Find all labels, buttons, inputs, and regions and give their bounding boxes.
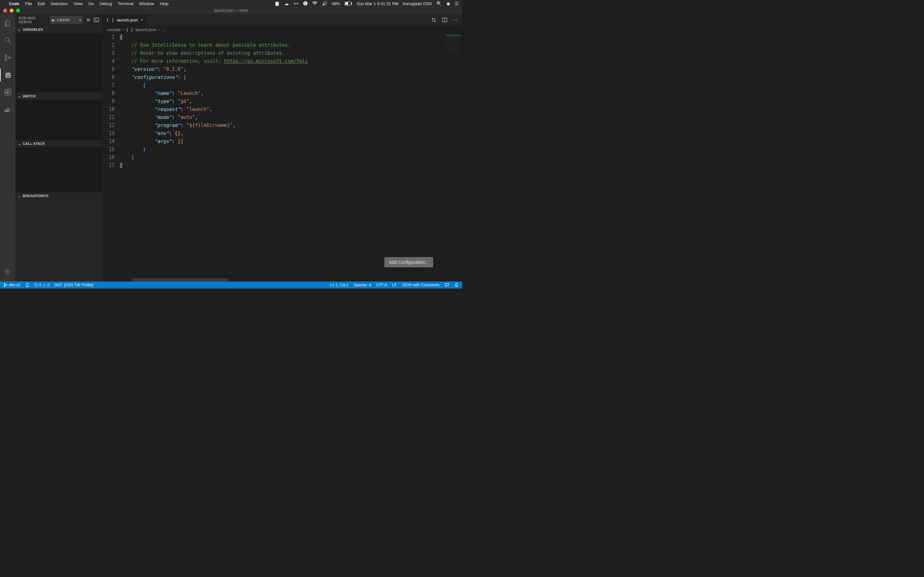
status-feedback-icon[interactable]: [445, 283, 449, 287]
section-watch-header[interactable]: ⌄ WATCH: [15, 93, 102, 100]
activity-debug-icon[interactable]: [0, 69, 15, 81]
editor-tabs: { } launch.json × ⋯: [102, 14, 462, 26]
section-watch: ⌄ WATCH: [15, 92, 102, 140]
chevron-right-icon: ›: [158, 27, 160, 32]
battery-percent[interactable]: 49%: [332, 1, 340, 6]
status-branch-label: dev-v2: [9, 283, 21, 287]
svg-point-3: [5, 38, 9, 42]
chevron-down-icon: ⌄: [18, 142, 21, 146]
open-launch-json-icon[interactable]: ⚙: [86, 17, 90, 23]
section-callstack-body: [15, 147, 102, 192]
svg-point-16: [4, 286, 5, 287]
section-variables-title: VARIABLES: [23, 27, 43, 31]
app-name[interactable]: Code: [9, 1, 19, 6]
tray-cloud-icon[interactable]: ☁: [284, 1, 289, 6]
svg-point-5: [5, 59, 7, 61]
section-breakpoints-header[interactable]: ⌄ BREAKPOINTS: [15, 192, 102, 199]
window-titlebar: launch.json — helm: [0, 7, 462, 14]
status-language[interactable]: JSON with Comments: [402, 283, 439, 287]
breadcrumbs[interactable]: .vscode › { } launch.json › ...: [102, 26, 462, 33]
status-profile[interactable]: GIST [OSS TW Profile]: [54, 283, 93, 287]
status-sync[interactable]: [25, 283, 29, 287]
menu-view[interactable]: View: [73, 1, 82, 6]
status-branch[interactable]: dev-v2: [3, 283, 21, 287]
volume-icon[interactable]: 🔊: [322, 1, 327, 6]
datetime[interactable]: Sun Mar 1 4:31:32 PM: [357, 1, 399, 6]
section-callstack-header[interactable]: ⌄ CALL STACK: [15, 140, 102, 147]
menu-go[interactable]: Go: [88, 1, 94, 6]
minimize-window-button[interactable]: [10, 9, 13, 13]
chevron-down-icon: ⌄: [18, 194, 21, 198]
svg-rect-2: [351, 3, 352, 5]
siri-icon[interactable]: ◉: [446, 1, 450, 6]
tray-clipboard-icon[interactable]: 📋: [274, 1, 280, 6]
maximize-window-button[interactable]: [16, 9, 20, 13]
section-variables-header[interactable]: ⌄ VARIABLES: [15, 26, 102, 33]
split-editor-icon[interactable]: [442, 17, 447, 23]
horizontal-scrollbar[interactable]: [132, 278, 229, 282]
status-bell-icon[interactable]: [454, 283, 459, 287]
svg-point-15: [4, 284, 5, 284]
tray-shield-icon[interactable]: 🅢: [303, 1, 308, 6]
debug-sidebar: RUN AND DEBUG ▶ Launch ▾ ⚙ ⌄ VARIABLES ⌄…: [15, 14, 102, 282]
status-encoding[interactable]: UTF-8: [376, 283, 387, 287]
section-watch-body: [15, 100, 102, 140]
username[interactable]: Karuppiah OSS: [403, 1, 432, 6]
svg-point-17: [6, 285, 7, 285]
code-content[interactable]: { // Use IntelliSense to learn about pos…: [120, 33, 444, 282]
svg-rect-1: [345, 2, 348, 5]
activity-explorer-icon[interactable]: [0, 17, 15, 29]
battery-icon[interactable]: [344, 2, 352, 5]
activity-search-icon[interactable]: [0, 34, 15, 47]
menu-window[interactable]: Window: [139, 1, 154, 6]
debug-console-icon[interactable]: [94, 17, 99, 23]
minimap-preview: [446, 35, 461, 54]
status-cursor-position[interactable]: Ln 1, Col 1: [330, 283, 349, 287]
editor-area: { } launch.json × ⋯ .vscode › { } launch…: [102, 14, 462, 282]
menu-debug[interactable]: Debug: [100, 1, 112, 6]
start-debug-icon[interactable]: ▶: [50, 18, 57, 23]
json-file-icon: { }: [126, 27, 133, 32]
close-window-button[interactable]: [3, 9, 7, 13]
breadcrumb-more[interactable]: ...: [162, 27, 165, 32]
menu-terminal[interactable]: Terminal: [118, 1, 134, 6]
status-bar: dev-v2 ⓧ0 ⚠0 GIST [OSS TW Profile] Ln 1,…: [0, 282, 462, 288]
section-variables-body: [15, 33, 102, 92]
tray-glasses-icon[interactable]: 👓: [293, 1, 299, 6]
chevron-right-icon: ›: [123, 27, 124, 32]
minimap[interactable]: [444, 33, 462, 282]
section-callstack-title: CALL STACK: [23, 142, 45, 145]
tab-launch-json[interactable]: { } launch.json ×: [102, 14, 147, 26]
svg-rect-10: [8, 93, 11, 95]
status-errors: 0: [39, 283, 41, 287]
add-configuration-button[interactable]: Add Configuration...: [384, 257, 433, 268]
code-editor[interactable]: 1234567891011121314151617 { // Use Intel…: [102, 33, 462, 282]
section-breakpoints: ⌄ BREAKPOINTS: [15, 192, 102, 199]
menu-help[interactable]: Help: [160, 1, 168, 6]
status-problems[interactable]: ⓧ0 ⚠0: [34, 282, 49, 288]
status-eol[interactable]: LF: [392, 283, 397, 287]
svg-rect-11: [8, 89, 11, 92]
close-tab-icon[interactable]: ×: [141, 17, 143, 23]
wifi-icon[interactable]: [312, 2, 317, 5]
status-indentation[interactable]: Spaces: 4: [354, 283, 371, 287]
activity-source-control-icon[interactable]: [0, 51, 15, 64]
activity-settings-icon[interactable]: [0, 266, 15, 278]
more-actions-icon[interactable]: ⋯: [453, 17, 457, 23]
menu-file[interactable]: File: [25, 1, 32, 6]
menu-selection[interactable]: Selection: [51, 1, 68, 6]
spotlight-icon[interactable]: 🔍: [436, 1, 442, 6]
section-watch-title: WATCH: [23, 94, 36, 98]
sidebar-header: RUN AND DEBUG ▶ Launch ▾ ⚙: [15, 14, 102, 26]
chevron-down-icon[interactable]: ▾: [78, 18, 83, 22]
svg-point-4: [5, 55, 7, 56]
breadcrumb-file[interactable]: launch.json: [136, 27, 157, 32]
activity-extensions-icon[interactable]: [0, 86, 15, 99]
compare-changes-icon[interactable]: [431, 17, 437, 23]
sidebar-title: RUN AND DEBUG: [19, 16, 45, 24]
menu-list-icon[interactable]: ☰: [455, 1, 459, 6]
activity-docker-icon[interactable]: [0, 103, 15, 116]
breadcrumb-folder[interactable]: .vscode: [106, 27, 121, 32]
menu-edit[interactable]: Edit: [37, 1, 45, 6]
launch-config-selector[interactable]: ▶ Launch ▾: [50, 16, 83, 24]
